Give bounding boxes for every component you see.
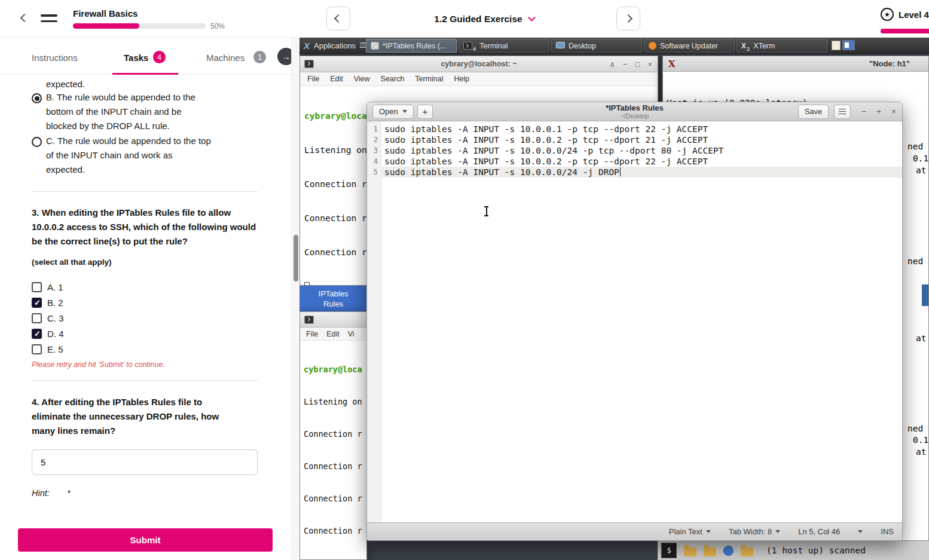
xterm-title: "Node: h1" bbox=[869, 59, 910, 68]
menu-edit[interactable]: Edit bbox=[326, 330, 340, 338]
checkbox-unchecked[interactable] bbox=[32, 282, 42, 292]
question4-text: 4. After editing the IPTables Rules file… bbox=[32, 395, 235, 438]
terminal2-output[interactable]: cybrary@loca Listening on Connection r C… bbox=[300, 341, 366, 560]
workspace-switcher[interactable] bbox=[832, 40, 855, 50]
checkbox-option-c[interactable]: C. 3 bbox=[32, 310, 64, 326]
tab-tasks[interactable]: Tasks bbox=[124, 53, 148, 63]
checkbox-unchecked[interactable] bbox=[32, 344, 42, 354]
close-icon[interactable]: × bbox=[891, 107, 896, 116]
language-selector[interactable]: Plain Text bbox=[669, 527, 711, 536]
xterm-titlebar[interactable]: X "Node: h1" bbox=[663, 56, 928, 72]
folder-icon[interactable] bbox=[704, 547, 716, 556]
maximize-icon[interactable]: □ bbox=[635, 60, 640, 69]
maximize-icon[interactable]: + bbox=[876, 107, 881, 116]
minimize-icon[interactable]: − bbox=[861, 107, 866, 116]
taskbar-button-desktop[interactable]: Desktop bbox=[551, 39, 642, 53]
next-lesson-button[interactable] bbox=[616, 7, 640, 30]
minimize-icon[interactable]: − bbox=[623, 60, 628, 69]
option-b-text: B. The rule would be appended to the bot… bbox=[46, 90, 213, 133]
xterm-logo-icon: X bbox=[668, 59, 676, 69]
question2-option-b[interactable]: B. The rule would be appended to the bot… bbox=[32, 90, 223, 133]
vm-desktop: X Applications *IPTables Rules (... 4 Te… bbox=[300, 38, 929, 560]
background-windows-strip: $ (1 host up) scanned bbox=[658, 541, 929, 560]
tab-machines[interactable]: Machines bbox=[206, 53, 245, 63]
menu-edit[interactable]: Edit bbox=[330, 75, 343, 83]
exercise-title: 1.2 Guided Exercise bbox=[434, 14, 522, 25]
gedit-text-area[interactable]: 1sudo iptables -A INPUT -s 10.0.0.1 -p t… bbox=[367, 121, 902, 522]
exercise-title-dropdown[interactable]: 1.2 Guided Exercise bbox=[389, 0, 580, 38]
editor-line: 4sudo iptables -A INPUT -s 10.0.0.2 -p t… bbox=[367, 156, 902, 167]
gedit-window[interactable]: Open + *IPTables Rules ~/Desktop Save − … bbox=[366, 102, 903, 541]
gedit-title-box: *IPTables Rules ~/Desktop bbox=[487, 103, 783, 120]
sidebar-toggle-icon[interactable] bbox=[41, 14, 57, 26]
question2-option-c[interactable]: C. The rule would be appended to the top… bbox=[32, 134, 223, 177]
option-c-text: C. The rule would be appended to the top… bbox=[46, 134, 213, 177]
terminal2-titlebar[interactable] bbox=[300, 312, 366, 328]
checkbox-unchecked[interactable] bbox=[32, 313, 42, 323]
previous-lesson-button[interactable] bbox=[326, 7, 350, 30]
level-star-icon: ★ bbox=[881, 8, 894, 21]
folder-icon[interactable] bbox=[741, 547, 753, 556]
hamburger-menu-button[interactable] bbox=[834, 105, 851, 119]
window-list-label[interactable]: IPTables Rules bbox=[300, 286, 367, 311]
open-button[interactable]: Open bbox=[372, 105, 414, 119]
terminal1-title: cybrary@localhost: ~ bbox=[441, 60, 517, 68]
menu-file[interactable]: File bbox=[307, 75, 319, 83]
tab-instructions[interactable]: Instructions bbox=[32, 53, 78, 63]
globe-icon[interactable] bbox=[723, 546, 734, 556]
taskbar-button-gedit[interactable]: *IPTables Rules (... bbox=[366, 39, 457, 53]
level-progress-bar bbox=[881, 29, 929, 33]
new-tab-button[interactable]: + bbox=[417, 105, 433, 119]
tray-app-icon[interactable] bbox=[832, 41, 841, 50]
hint-label: Hint: bbox=[32, 488, 50, 498]
submit-button[interactable]: Submit bbox=[18, 528, 273, 552]
hint-row: Hint: * bbox=[32, 488, 71, 498]
shade-icon[interactable]: ∧ bbox=[609, 60, 615, 69]
menu-help[interactable]: Help bbox=[454, 75, 469, 83]
back-chevron-icon[interactable] bbox=[20, 14, 29, 22]
window-controls: ∧ − □ × bbox=[609, 56, 652, 72]
folder-icon[interactable] bbox=[684, 547, 696, 556]
terminal-window-2[interactable]: File Edit Vi cybrary@loca Listening on C… bbox=[300, 311, 367, 560]
menu-terminal[interactable]: Terminal bbox=[415, 75, 443, 83]
panel-scrollbar[interactable] bbox=[291, 38, 300, 560]
taskbar-button-terminal[interactable]: 4 Terminal bbox=[459, 39, 549, 53]
checkbox-option-a[interactable]: A. 1 bbox=[32, 279, 64, 295]
software-updater-icon bbox=[649, 42, 656, 50]
checkbox-checked[interactable] bbox=[32, 329, 42, 339]
checkbox-option-e[interactable]: E. 5 bbox=[32, 341, 64, 357]
menu-view[interactable]: Vi bbox=[348, 330, 355, 338]
close-icon[interactable]: × bbox=[647, 60, 652, 69]
menu-search[interactable]: Search bbox=[381, 75, 405, 83]
scrollbar-thumb[interactable] bbox=[294, 235, 298, 281]
checkbox-checked[interactable] bbox=[32, 298, 42, 308]
terminal-prompt: cybrary@loca bbox=[304, 364, 363, 375]
question3-note: (select all that apply) bbox=[32, 258, 112, 267]
gedit-icon bbox=[371, 42, 379, 50]
xterm-text-fragment: ned bbox=[907, 424, 923, 433]
terminal-output-line: Connection r bbox=[304, 461, 363, 472]
checkbox-option-d[interactable]: D. 4 bbox=[32, 326, 64, 341]
radio-selected[interactable] bbox=[32, 93, 42, 103]
save-button[interactable]: Save bbox=[798, 105, 829, 119]
menu-view[interactable]: View bbox=[354, 75, 370, 83]
menu-file[interactable]: File bbox=[306, 330, 318, 338]
applications-menu[interactable]: X Applications bbox=[304, 38, 366, 54]
terminal1-titlebar[interactable]: cybrary@localhost: ~ ∧ − □ × bbox=[300, 56, 658, 72]
active-tab-underline bbox=[112, 73, 178, 75]
dropdown-caret-icon[interactable] bbox=[858, 530, 863, 533]
gedit-headerbar[interactable]: Open + *IPTables Rules ~/Desktop Save − … bbox=[367, 102, 902, 121]
terminal-mini-icon[interactable]: $ bbox=[661, 543, 677, 558]
tab-width-selector[interactable]: Tab Width: 8 bbox=[729, 527, 780, 536]
answer-input[interactable] bbox=[32, 449, 258, 475]
xterm-text-fragment: at 2 bbox=[916, 447, 929, 457]
taskbar-button-software-updater[interactable]: Software Updater bbox=[644, 39, 735, 53]
text-cursor bbox=[620, 167, 621, 176]
workspace-pager-cell[interactable] bbox=[842, 40, 855, 50]
taskbar-button-xterm[interactable]: X 2 XTerm bbox=[737, 39, 827, 53]
terminal-output-line: Listening on bbox=[304, 396, 363, 407]
checkbox-option-b[interactable]: B. 2 bbox=[32, 295, 64, 310]
xterm-window-count: 2 bbox=[747, 45, 750, 52]
radio-unselected[interactable] bbox=[32, 137, 42, 147]
editor-line: 2sudo iptables -A INPUT -s 10.0.0.2 -p t… bbox=[367, 134, 902, 145]
